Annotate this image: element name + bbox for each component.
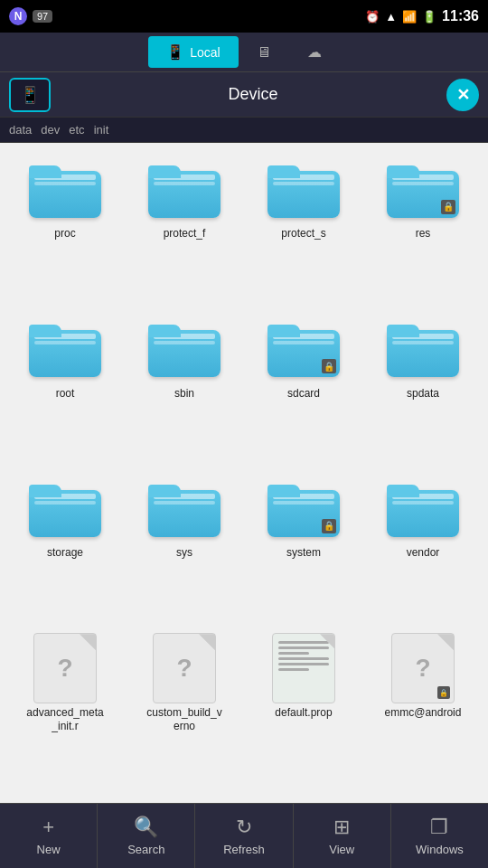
tab-local[interactable]: 📱 Local — [148, 36, 238, 68]
breadcrumb-dev[interactable]: dev — [41, 123, 60, 137]
status-right: ⏰ ▲ 📶 🔋 11:36 — [365, 8, 479, 24]
doc-line-4 — [278, 657, 329, 660]
lock-icon: 🔒 — [322, 519, 336, 533]
question-mark: ? — [176, 654, 192, 683]
file-item-root[interactable]: root — [7, 310, 123, 463]
file-item-res[interactable]: 🔒 res — [365, 150, 481, 303]
notif-badge: 97 — [33, 10, 52, 23]
file-icon-wrap — [382, 475, 464, 542]
file-item-storage[interactable]: storage — [7, 469, 123, 622]
file-item-spdata[interactable]: spdata — [365, 310, 481, 463]
file-item-emmc@android[interactable]: ? 🔒 emmc@android — [365, 629, 481, 796]
search-button[interactable]: 🔍 Search — [98, 804, 195, 868]
file-label: sdcard — [287, 387, 320, 401]
lock-icon: 🔒 — [437, 686, 450, 699]
tab-local-label: Local — [190, 45, 220, 60]
file-label: proc — [54, 227, 75, 241]
folder-icon — [148, 321, 221, 377]
windows-icon: ❐ — [430, 816, 448, 839]
file-icon-wrap: ? — [24, 635, 106, 703]
file-icon-wrap — [24, 316, 106, 383]
tab-remote2[interactable]: ☁ — [289, 36, 340, 68]
search-label: Search — [127, 843, 164, 856]
folder-papers — [34, 175, 96, 180]
file-label: vendor — [407, 546, 440, 561]
file-item-proc[interactable]: proc — [7, 150, 123, 303]
new-button[interactable]: + New — [0, 804, 98, 868]
breadcrumb-data[interactable]: data — [9, 123, 32, 137]
file-label: sbin — [174, 387, 194, 401]
search-icon: 🔍 — [134, 816, 158, 839]
device-icon: 📱 — [20, 85, 40, 105]
file-item-default.prop[interactable]: default.prop — [246, 629, 361, 796]
file-icon-wrap — [263, 635, 344, 703]
folder-papers — [34, 494, 96, 499]
breadcrumb-etc[interactable]: etc — [69, 123, 84, 137]
file-item-sdcard[interactable]: 🔒 sdcard — [246, 310, 361, 463]
folder-papers — [392, 175, 454, 180]
breadcrumb-init[interactable]: init — [94, 123, 109, 137]
new-icon: + — [42, 816, 54, 839]
tab-remote1[interactable]: 🖥 — [239, 37, 289, 68]
refresh-icon: ↻ — [236, 816, 252, 839]
view-icon: ⊞ — [333, 816, 350, 839]
file-label: spdata — [407, 387, 439, 401]
folder-icon — [148, 162, 221, 218]
refresh-label: Refresh — [223, 843, 265, 856]
file-icon-wrap — [24, 475, 106, 542]
file-item-sys[interactable]: sys — [127, 469, 242, 622]
windows-label: Windows — [416, 843, 464, 856]
file-item-system[interactable]: 🔒 system — [246, 469, 361, 622]
file-label: custom_build_verno — [144, 706, 225, 734]
lock-icon: 🔒 — [322, 359, 336, 373]
folder-icon — [29, 162, 101, 218]
header-title: Device — [60, 85, 446, 104]
doc-line-3 — [278, 652, 309, 655]
file-icon-wrap: ? — [144, 635, 225, 703]
unknown-file-icon: ? — [33, 633, 97, 703]
folder-papers — [392, 494, 454, 499]
breadcrumb: data dev etc init — [0, 118, 488, 143]
file-item-custom_build_verno[interactable]: ? custom_build_verno — [127, 629, 242, 796]
folder-icon: 🔒 — [387, 162, 459, 218]
folder-icon — [29, 321, 101, 377]
doc-line-6 — [278, 668, 309, 671]
file-grid: proc protect_f protect_s 🔒 res — [0, 143, 488, 803]
file-icon-wrap: 🔒 — [263, 475, 344, 542]
unknown-file-icon: ? 🔒 — [391, 633, 455, 703]
status-left: N 97 — [9, 7, 52, 25]
file-item-advanced_meta_init.r[interactable]: ? advanced_meta_init.r — [7, 629, 123, 796]
file-icon-wrap — [144, 316, 225, 383]
folder-papers — [34, 334, 96, 339]
folder-icon — [148, 481, 221, 537]
file-icon-wrap: ? 🔒 — [382, 635, 464, 703]
file-label: system — [286, 546, 321, 561]
file-item-vendor[interactable]: vendor — [365, 469, 481, 622]
file-icon-wrap — [263, 156, 344, 223]
status-time: 11:36 — [442, 8, 479, 24]
file-label: default.prop — [275, 706, 332, 721]
file-item-protect_f[interactable]: protect_f — [127, 150, 242, 303]
file-icon-wrap: 🔒 — [263, 316, 344, 383]
file-icon-wrap — [144, 475, 225, 542]
view-button[interactable]: ⊞ View — [294, 804, 391, 868]
status-bar: N 97 ⏰ ▲ 📶 🔋 11:36 — [0, 0, 488, 33]
wifi-icon: ▲ — [385, 10, 397, 24]
folder-icon — [29, 481, 101, 537]
file-icon-wrap: 🔒 — [382, 156, 464, 223]
folder-papers — [273, 334, 334, 339]
folder-papers — [273, 175, 334, 180]
file-icon-wrap — [24, 156, 106, 223]
local-tab-icon: 📱 — [166, 43, 184, 61]
doc-file-icon — [272, 633, 335, 703]
file-item-sbin[interactable]: sbin — [127, 310, 242, 463]
close-button[interactable]: ✕ — [446, 79, 479, 111]
header: 📱 Device ✕ — [0, 72, 488, 118]
file-icon-wrap — [144, 156, 225, 223]
refresh-button[interactable]: ↻ Refresh — [195, 804, 293, 868]
windows-button[interactable]: ❐ Windows — [391, 804, 488, 868]
folder-icon — [387, 321, 459, 377]
view-label: View — [329, 843, 354, 856]
file-item-protect_s[interactable]: protect_s — [246, 150, 361, 303]
unknown-file-icon: ? — [153, 633, 216, 703]
